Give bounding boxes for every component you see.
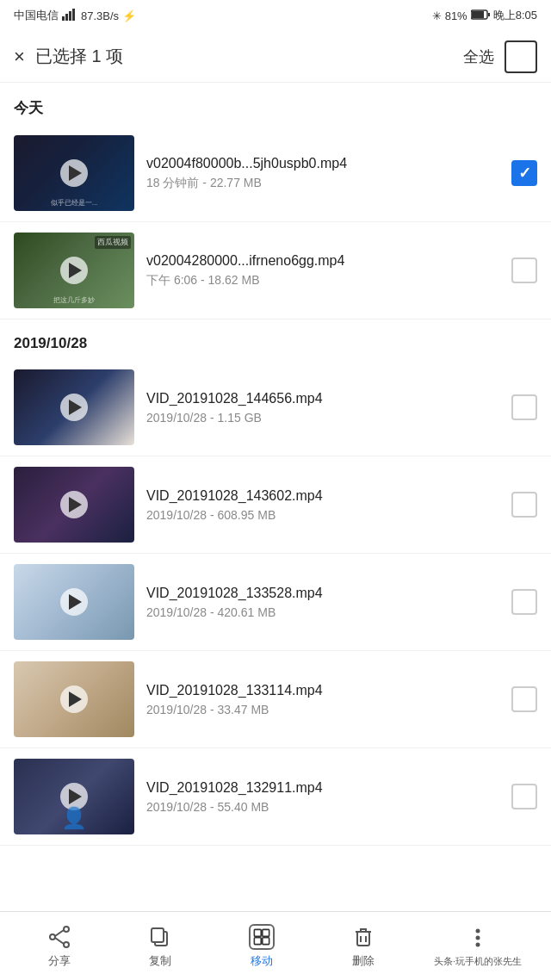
svg-rect-6 bbox=[488, 13, 490, 16]
file-meta: 下午 6:06 - 18.62 MB bbox=[146, 273, 499, 288]
file-thumbnail bbox=[14, 369, 134, 445]
file-thumbnail bbox=[14, 467, 134, 543]
play-icon bbox=[60, 491, 88, 518]
bottom-bar: 分享 复制 移动 bbox=[0, 911, 551, 980]
carrier-text: 中国电信 bbox=[14, 8, 59, 23]
wifi-speed: 87.3B/s bbox=[81, 9, 119, 22]
svg-rect-2 bbox=[69, 11, 71, 21]
file-meta: 2019/10/28 - 608.95 MB bbox=[146, 508, 499, 522]
status-right: ✳ 81% 晚上8:05 bbox=[432, 8, 537, 23]
file-meta: 2019/10/28 - 33.47 MB bbox=[146, 703, 499, 716]
top-bar-left: × 已选择 1 项 bbox=[14, 45, 123, 68]
copy-icon bbox=[147, 924, 173, 950]
file-item[interactable]: VID_20191028_144656.mp4 2019/10/28 - 1.1… bbox=[0, 359, 551, 456]
svg-rect-17 bbox=[263, 937, 269, 944]
file-meta: 18 分钟前 - 22.77 MB bbox=[146, 176, 499, 191]
copy-label: 复制 bbox=[149, 953, 171, 969]
svg-line-11 bbox=[55, 938, 64, 944]
file-name: VID_20191028_144656.mp4 bbox=[146, 391, 499, 406]
file-checkbox[interactable] bbox=[511, 492, 537, 518]
battery-icon bbox=[471, 9, 490, 22]
svg-point-21 bbox=[476, 928, 480, 933]
file-name: VID_20191028_133528.mp4 bbox=[146, 586, 499, 601]
file-item[interactable]: VID_20191028_143602.mp4 2019/10/28 - 608… bbox=[0, 456, 551, 554]
svg-rect-13 bbox=[152, 928, 164, 942]
selected-count-label: 已选择 1 项 bbox=[35, 45, 123, 68]
share-label: 分享 bbox=[48, 953, 71, 969]
signal-icon bbox=[62, 9, 77, 23]
file-info: v02004f80000b...5jh0uspb0.mp4 18 分钟前 - 2… bbox=[146, 156, 499, 191]
play-icon bbox=[60, 588, 88, 616]
top-bar: × 已选择 1 项 全选 bbox=[0, 31, 551, 83]
delete-icon bbox=[350, 924, 376, 950]
status-bar: 中国电信 87.3B/s ⚡ ✳ 81% 晚上8:05 bbox=[0, 0, 551, 31]
play-icon bbox=[60, 685, 88, 713]
thumb-person: 👤 bbox=[17, 806, 131, 831]
move-label: 移动 bbox=[251, 953, 273, 969]
svg-point-9 bbox=[64, 942, 69, 947]
svg-point-8 bbox=[50, 934, 55, 940]
section-today: 今天 bbox=[0, 83, 551, 125]
file-list-date: VID_20191028_144656.mp4 2019/10/28 - 1.1… bbox=[0, 359, 551, 846]
file-meta: 2019/10/28 - 1.15 GB bbox=[146, 411, 499, 425]
select-all-label: 全选 bbox=[463, 47, 494, 67]
svg-rect-14 bbox=[254, 929, 261, 936]
thumb-tag: 西瓜视频 bbox=[95, 236, 131, 249]
svg-line-10 bbox=[55, 930, 64, 936]
file-item[interactable]: VID_20191028_133528.mp4 2019/10/28 - 420… bbox=[0, 554, 551, 651]
file-item[interactable]: VID_20191028_133114.mp4 2019/10/28 - 33.… bbox=[0, 651, 551, 748]
file-name: VID_20191028_133114.mp4 bbox=[146, 683, 499, 698]
file-list-today: 似乎已经是一... v02004f80000b...5jh0uspb0.mp4 … bbox=[0, 125, 551, 319]
close-button[interactable]: × bbox=[14, 47, 25, 66]
file-name: VID_20191028_132911.mp4 bbox=[146, 780, 499, 796]
file-thumbnail: 👤 bbox=[14, 759, 134, 834]
file-checkbox[interactable] bbox=[511, 394, 537, 420]
play-icon bbox=[60, 394, 88, 421]
share-button[interactable]: 分享 bbox=[29, 924, 90, 969]
file-info: VID_20191028_133114.mp4 2019/10/28 - 33.… bbox=[146, 683, 499, 716]
file-name: v02004f80000b...5jh0uspb0.mp4 bbox=[146, 156, 499, 171]
file-item[interactable]: 似乎已经是一... v02004f80000b...5jh0uspb0.mp4 … bbox=[0, 125, 551, 222]
file-checkbox[interactable] bbox=[511, 686, 537, 712]
file-checkbox[interactable] bbox=[511, 784, 537, 809]
delete-button[interactable]: 删除 bbox=[333, 924, 393, 969]
select-all-checkbox[interactable] bbox=[505, 40, 537, 73]
file-info: VID_20191028_132911.mp4 2019/10/28 - 55.… bbox=[146, 780, 499, 814]
section-date: 2019/10/28 bbox=[0, 319, 551, 359]
file-thumbnail bbox=[14, 661, 134, 737]
svg-rect-3 bbox=[72, 9, 75, 21]
file-info: v02004280000...ifrneno6gg.mp4 下午 6:06 - … bbox=[146, 253, 499, 288]
file-checkbox[interactable] bbox=[511, 257, 537, 283]
thumb-watermark: 把这几斤多妙 bbox=[17, 296, 131, 305]
content-area: 今天 似乎已经是一... v02004f80000b...5jh0uspb0.m… bbox=[0, 83, 551, 915]
svg-rect-0 bbox=[62, 16, 65, 21]
file-checkbox[interactable] bbox=[511, 160, 537, 186]
file-checkbox[interactable] bbox=[511, 589, 537, 615]
more-button[interactable]: 头条·玩手机的张先生 bbox=[434, 925, 522, 968]
more-label: 头条·玩手机的张先生 bbox=[434, 954, 522, 968]
svg-rect-1 bbox=[65, 14, 68, 21]
time-text: 晚上8:05 bbox=[493, 8, 537, 23]
top-bar-right: 全选 bbox=[463, 40, 537, 73]
svg-point-23 bbox=[476, 942, 480, 946]
usb-icon: ⚡ bbox=[122, 9, 136, 22]
file-thumbnail bbox=[14, 564, 134, 640]
file-name: v02004280000...ifrneno6gg.mp4 bbox=[146, 253, 499, 269]
file-info: VID_20191028_143602.mp4 2019/10/28 - 608… bbox=[146, 488, 499, 522]
copy-button[interactable]: 复制 bbox=[130, 924, 190, 969]
move-button[interactable]: 移动 bbox=[232, 924, 292, 969]
svg-rect-15 bbox=[263, 929, 269, 936]
move-icon bbox=[249, 924, 275, 950]
battery-text: 81% bbox=[445, 9, 467, 22]
file-item[interactable]: 👤 VID_20191028_132911.mp4 2019/10/28 - 5… bbox=[0, 748, 551, 846]
file-meta: 2019/10/28 - 420.61 MB bbox=[146, 605, 499, 619]
file-meta: 2019/10/28 - 55.40 MB bbox=[146, 800, 499, 814]
status-left: 中国电信 87.3B/s ⚡ bbox=[14, 8, 136, 23]
file-item[interactable]: 西瓜视频 把这几斤多妙 v02004280000...ifrneno6gg.mp… bbox=[0, 222, 551, 319]
more-icon bbox=[465, 925, 491, 951]
svg-point-22 bbox=[476, 935, 480, 940]
file-name: VID_20191028_143602.mp4 bbox=[146, 488, 499, 504]
play-icon bbox=[60, 159, 88, 187]
file-thumbnail: 西瓜视频 把这几斤多妙 bbox=[14, 233, 134, 308]
file-thumbnail: 似乎已经是一... bbox=[14, 135, 134, 211]
